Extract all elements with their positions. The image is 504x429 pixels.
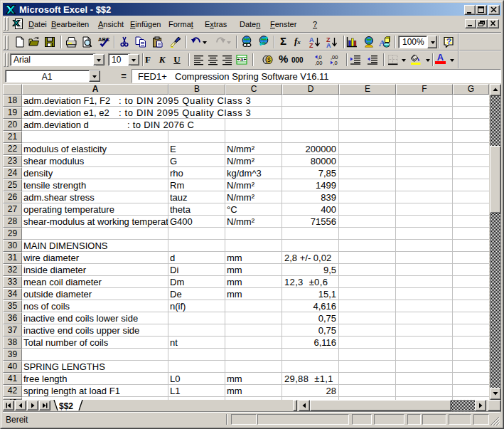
svg-text:$: $ — [267, 56, 271, 63]
svg-text:A: A — [326, 42, 331, 48]
svg-text:,00: ,00 — [315, 60, 322, 66]
svg-text:Z: Z — [309, 42, 313, 48]
svg-text:?: ? — [446, 37, 451, 46]
svg-text:,0: ,0 — [333, 60, 338, 66]
